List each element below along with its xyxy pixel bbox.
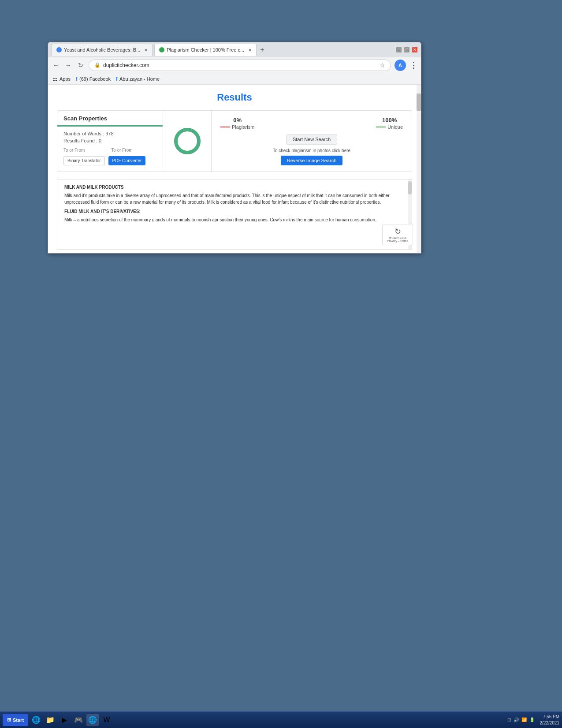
tab-title-plagiarism: Plagiarism Checker | 100% Free c... xyxy=(167,47,244,52)
plagiarism-legend: Plagiarism xyxy=(220,124,254,130)
apps-grid-icon: ⚏ xyxy=(52,75,58,82)
page-content: Results Scan Properties Number of Words … xyxy=(48,85,421,253)
taskbar-folder-icon[interactable]: 📁 xyxy=(44,714,56,726)
plagiarism-label: Plagiarism xyxy=(232,124,254,130)
pdf-converter-button[interactable]: PDF Converter xyxy=(108,156,146,165)
tools-section: To or From To or From Binary Translator … xyxy=(63,148,156,165)
bookmark-facebook[interactable]: f (69) Facebook xyxy=(76,76,111,82)
tray-network-icon: ⊡ xyxy=(507,717,511,722)
maximize-button[interactable]: □ xyxy=(404,47,409,52)
bookmarks-bar: ⚏ Apps f (69) Facebook f Abu zayan - Hom… xyxy=(48,73,421,85)
more-options-button[interactable]: ⋮ xyxy=(409,60,417,70)
tray-battery-icon: 🔋 xyxy=(529,717,535,722)
bookmark-star-icon[interactable]: ☆ xyxy=(380,62,385,69)
new-tab-button[interactable]: + xyxy=(260,46,264,54)
start-button[interactable]: ⊞ Start xyxy=(3,714,28,726)
start-new-search-button[interactable]: Start New Search xyxy=(286,134,337,145)
clock-date: 2/22/2021 xyxy=(540,720,560,726)
home-facebook-icon: f xyxy=(116,76,118,82)
taskbar-media-icon[interactable]: ▶ xyxy=(58,714,71,726)
text-scrollbar-thumb xyxy=(408,181,412,194)
tool1-label: To or From xyxy=(63,148,85,153)
svg-point-2 xyxy=(179,133,195,149)
tool2-label: To or From xyxy=(111,148,132,153)
tab-title-yeast: Yeast and Alcoholic Beverages: B... xyxy=(64,47,140,52)
unique-legend: Unique xyxy=(376,124,403,130)
text-preview-area: MILK AND MILK PRODUCTS Milk and it's pro… xyxy=(57,179,412,250)
scrollbar-thumb xyxy=(417,93,421,111)
address-bar[interactable]: 🔒 duplicitchecker.com ☆ xyxy=(89,60,391,71)
profile-button[interactable]: A xyxy=(395,60,406,71)
tab-close-plagiarism[interactable]: ✕ xyxy=(248,48,252,52)
desktop: Yeast and Alcoholic Beverages: B... ✕ Pl… xyxy=(0,0,562,728)
refresh-button[interactable]: ↻ xyxy=(76,61,85,70)
tray-wifi-icon: 📶 xyxy=(521,717,527,722)
system-tray: ⊡ 🔊 📶 🔋 xyxy=(504,717,538,722)
results-found-stat: Results Found : 0 xyxy=(63,138,156,143)
reverse-image-search-button[interactable]: Reverse Image Search xyxy=(281,156,343,165)
scan-properties-header: Scan Properties xyxy=(57,111,163,127)
tab-yeast[interactable]: Yeast and Alcoholic Beverages: B... ✕ xyxy=(52,44,153,56)
plagiarism-donut-chart xyxy=(172,126,203,157)
tools-row: Binary Translator PDF Converter xyxy=(63,156,156,165)
tab-close-yeast[interactable]: ✕ xyxy=(144,48,148,52)
recaptcha-privacy: Privacy - Terms xyxy=(385,239,410,243)
recaptcha-icon: ↻ xyxy=(385,227,410,236)
recaptcha-widget: ↻ reCAPTCHA Privacy - Terms xyxy=(382,224,413,245)
text-paragraph1: Milk and it's products take in a diverse… xyxy=(64,192,398,205)
close-button[interactable]: ✕ xyxy=(412,47,417,52)
address-text: duplicitchecker.com xyxy=(103,62,149,68)
plagiarism-stat: 0% Plagiarism xyxy=(220,117,254,130)
word-count-stat: Number of Words : 978 xyxy=(63,131,156,136)
plagiarism-percent: 0% xyxy=(220,117,254,123)
scan-properties-panel: Scan Properties Number of Words : 978 Re… xyxy=(57,111,163,172)
results-area: Scan Properties Number of Words : 978 Re… xyxy=(57,110,412,172)
stats-row: 0% Plagiarism 100% Unique xyxy=(220,117,403,130)
title-bar: Yeast and Alcoholic Beverages: B... ✕ Pl… xyxy=(48,42,421,57)
bookmark-home[interactable]: f Abu zayan - Home xyxy=(116,76,160,82)
forward-button[interactable]: → xyxy=(64,61,73,70)
binary-translator-button[interactable]: Binary Translator xyxy=(63,156,105,165)
unique-label: Unique xyxy=(387,124,403,130)
photo-check-text: To check plagiarism in photos click here xyxy=(220,148,403,153)
recaptcha-label: reCAPTCHA xyxy=(385,236,410,239)
taskbar-game-icon[interactable]: 🎮 xyxy=(72,714,85,726)
facebook-icon: f xyxy=(76,76,78,82)
bookmark-home-label: Abu zayan - Home xyxy=(119,76,160,82)
text-heading-fluid: FLUID MILK AND IT'S DERIVATIVES: xyxy=(64,208,398,215)
unique-legend-line xyxy=(376,127,386,127)
window-controls: — □ ✕ xyxy=(396,47,417,52)
system-clock: 7:55 PM 2/22/2021 xyxy=(540,714,560,726)
back-button[interactable]: ← xyxy=(52,61,60,70)
page-scrollbar[interactable] xyxy=(417,85,421,253)
nav-bar: ← → ↻ 🔒 duplicitchecker.com ☆ A ⋮ xyxy=(48,57,421,73)
lock-icon: 🔒 xyxy=(94,62,100,68)
plagiarism-legend-line xyxy=(220,127,230,127)
unique-percent: 100% xyxy=(376,117,403,123)
minimize-button[interactable]: — xyxy=(396,47,402,52)
tab-favicon-plagiarism xyxy=(159,47,164,52)
clock-time: 7:55 PM xyxy=(540,714,560,720)
unique-stat: 100% Unique xyxy=(376,117,403,130)
tab-plagiarism[interactable]: Plagiarism Checker | 100% Free c... ✕ xyxy=(154,44,257,56)
start-label: Start xyxy=(13,717,24,723)
bookmark-apps[interactable]: ⚏ Apps xyxy=(52,75,71,82)
tray-volume-icon: 🔊 xyxy=(514,717,519,722)
bookmark-facebook-label: (69) Facebook xyxy=(79,76,111,82)
taskbar-chrome-icon[interactable]: 🌐 xyxy=(86,714,99,726)
tab-favicon-yeast xyxy=(56,47,62,52)
browser-window: Yeast and Alcoholic Beverages: B... ✕ Pl… xyxy=(48,42,421,254)
text-heading-milk: MILK AND MILK PRODUCTS xyxy=(64,184,398,190)
results-title: Results xyxy=(57,92,412,103)
chart-area xyxy=(163,111,212,172)
stats-panel: 0% Plagiarism 100% Unique xyxy=(212,111,412,172)
taskbar: ⊞ Start 🌐 📁 ▶ 🎮 🌐 W ⊡ 🔊 📶 🔋 7:55 PM 2/22… xyxy=(0,711,562,728)
scan-properties-body: Number of Words : 978 Results Found : 0 … xyxy=(57,127,163,170)
bookmark-apps-label: Apps xyxy=(60,76,71,82)
taskbar-ie-icon[interactable]: 🌐 xyxy=(30,714,42,726)
taskbar-word-icon[interactable]: W xyxy=(100,714,113,726)
text-paragraph2: Milk – a nutritious secretion of the mam… xyxy=(64,217,398,223)
windows-icon: ⊞ xyxy=(7,717,11,723)
